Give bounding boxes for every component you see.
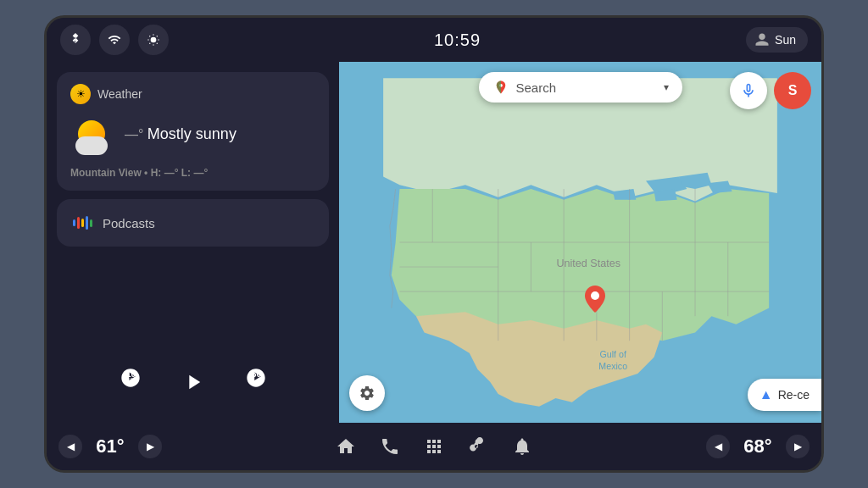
weather-condition-icon xyxy=(70,113,113,155)
svg-point-17 xyxy=(591,291,599,300)
bottom-nav: ◀ 61° ▶ xyxy=(47,423,821,470)
map-location-pin xyxy=(585,286,605,316)
fan-nav-button[interactable] xyxy=(468,436,488,457)
map-settings-button[interactable] xyxy=(349,375,385,411)
user-name: Sun xyxy=(775,33,796,47)
podcasts-icon xyxy=(70,211,94,235)
profile-initial: S xyxy=(788,83,798,98)
weather-condition-text: —° Mostly sunny xyxy=(125,125,236,143)
play-button[interactable] xyxy=(175,363,212,401)
right-temp-up-button[interactable]: ▶ xyxy=(786,435,810,458)
home-nav-button[interactable] xyxy=(336,436,356,457)
maps-logo xyxy=(492,79,509,96)
left-panel: ☀ Weather —° Mostly sunny Mountain View … xyxy=(47,62,339,423)
device-screen: 10:59 Sun ☀ Weather xyxy=(44,15,824,473)
status-bar: 10:59 Sun xyxy=(47,18,821,62)
podcast-waves xyxy=(73,216,92,230)
person-icon xyxy=(754,32,770,47)
rewind-button[interactable]: 10 10 xyxy=(112,363,149,401)
left-temp-up-button[interactable]: ▶ xyxy=(138,435,162,458)
bell-nav-button[interactable] xyxy=(512,436,532,457)
search-dropdown-icon: ▾ xyxy=(664,81,669,93)
main-content: ☀ Weather —° Mostly sunny Mountain View … xyxy=(47,62,821,423)
grid-nav-button[interactable] xyxy=(424,436,444,457)
podcasts-card[interactable]: Podcasts xyxy=(57,199,329,247)
profile-button[interactable]: S xyxy=(774,72,811,109)
user-profile[interactable]: Sun xyxy=(746,27,808,53)
map-top-right-controls: S xyxy=(730,72,811,109)
wifi-icon[interactable] xyxy=(99,25,130,55)
weather-card[interactable]: ☀ Weather —° Mostly sunny Mountain View … xyxy=(57,72,329,191)
right-temp-down-button[interactable]: ◀ xyxy=(706,435,730,458)
weather-title-row: ☀ Weather xyxy=(70,84,315,104)
left-temp-down-button[interactable]: ◀ xyxy=(58,435,82,458)
map-area[interactable]: Gulf of Mexico United States xyxy=(339,62,821,423)
media-controls: 10 10 30 xyxy=(57,352,329,413)
map-svg: Gulf of Mexico United States xyxy=(339,62,821,423)
weather-temp: —° xyxy=(125,127,147,141)
weather-main: —° Mostly sunny xyxy=(70,113,315,155)
recenter-arrow-icon: ▲ xyxy=(760,387,773,402)
left-temp-control: ◀ 61° ▶ xyxy=(58,435,162,458)
right-temp-display: 68° xyxy=(737,435,779,458)
forward-button[interactable]: 30 xyxy=(237,363,275,401)
map-search-bar[interactable]: Search ▾ xyxy=(479,72,682,103)
clock: 10:59 xyxy=(434,30,481,50)
nav-icons xyxy=(336,436,532,457)
podcasts-label: Podcasts xyxy=(103,216,155,230)
microphone-button[interactable] xyxy=(730,72,767,109)
svg-text:Gulf of: Gulf of xyxy=(600,349,626,359)
left-temp-display: 61° xyxy=(89,435,131,458)
weather-location: Mountain View • H: —° L: —° xyxy=(70,167,315,179)
bluetooth-icon[interactable] xyxy=(60,25,91,55)
weather-app-icon: ☀ xyxy=(70,84,91,104)
status-icons xyxy=(60,25,169,55)
phone-nav-button[interactable] xyxy=(380,436,400,457)
right-temp-control: ◀ 68° ▶ xyxy=(706,435,810,458)
search-text: Search xyxy=(516,80,657,95)
recenter-button[interactable]: ▲ Re-ce xyxy=(748,379,821,411)
brightness-icon[interactable] xyxy=(138,25,169,55)
recenter-label: Re-ce xyxy=(778,388,810,402)
svg-text:United States: United States xyxy=(556,258,620,269)
weather-label: Weather xyxy=(97,87,142,101)
svg-text:Mexico: Mexico xyxy=(598,361,627,371)
